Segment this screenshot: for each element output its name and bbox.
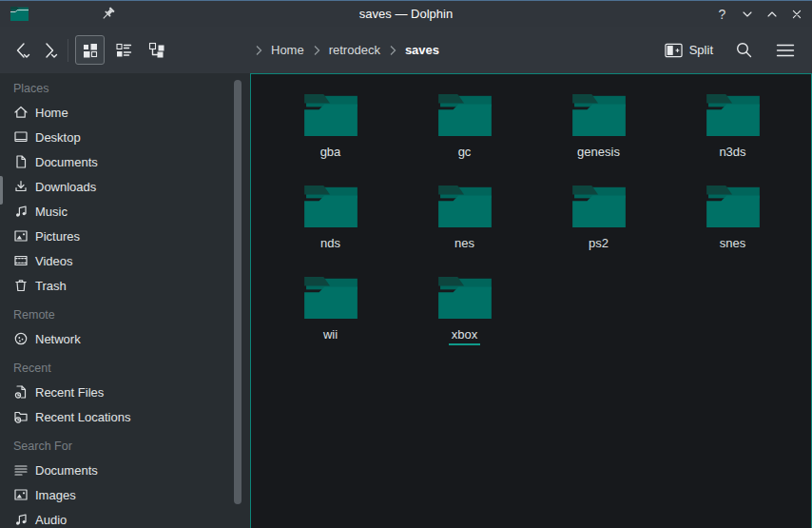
breadcrumb-retrodeck[interactable]: retrodeck xyxy=(329,43,380,57)
folder-label: nds xyxy=(320,237,340,250)
sidebar-item-videos[interactable]: Videos xyxy=(0,248,250,273)
sidebar-item-desktop[interactable]: Desktop xyxy=(0,125,250,149)
folder-icon xyxy=(435,183,494,230)
folder-icon xyxy=(570,91,628,139)
folder-label: wii xyxy=(323,328,338,342)
split-button[interactable]: Split xyxy=(663,36,715,65)
sidebar-item-home[interactable]: Home xyxy=(0,100,250,125)
folder-label: gba xyxy=(320,146,341,159)
breadcrumb-home[interactable]: Home xyxy=(271,43,304,57)
home-icon xyxy=(13,105,29,120)
folder-label: n3ds xyxy=(719,146,745,159)
section-header-recent: Recent xyxy=(0,357,250,380)
music-icon xyxy=(13,204,29,219)
folder-label: nes xyxy=(454,237,474,250)
sidebar-item-recent-files[interactable]: Recent Files xyxy=(0,380,250,404)
minimize-icon[interactable] xyxy=(739,6,755,22)
titlebar: saves — Dolphin ? xyxy=(0,1,812,27)
split-label: Split xyxy=(689,43,713,57)
network-icon xyxy=(13,331,29,346)
folder-tile-nes[interactable]: nes xyxy=(397,183,532,274)
desktop-icon xyxy=(13,129,29,145)
folder-tile-n3ds[interactable]: n3ds xyxy=(666,91,800,183)
sidebar-item-music[interactable]: Music xyxy=(0,199,250,224)
folder-view[interactable]: gba gc genesis n3ds nds xyxy=(250,73,812,528)
hamburger-menu-button[interactable] xyxy=(772,36,799,65)
window-body: Places Home Desktop Documents Downloads xyxy=(0,73,812,528)
breadcrumb: Home retrodeck saves xyxy=(255,27,439,73)
sidebar-item-pictures[interactable]: Pictures xyxy=(0,224,250,248)
breadcrumb-chevron-icon xyxy=(389,45,396,56)
trash-icon xyxy=(13,278,29,293)
window-title: saves — Dolphin xyxy=(0,7,812,21)
breadcrumb-chevron-icon xyxy=(255,45,262,56)
folder-icon xyxy=(435,274,494,322)
section-header-places: Places xyxy=(0,77,250,100)
audio-icon xyxy=(13,512,29,527)
window-controls: ? xyxy=(714,1,804,27)
folder-icon xyxy=(301,183,360,230)
search-button[interactable] xyxy=(730,36,757,65)
remote-section: Remote Network xyxy=(0,303,250,351)
folder-tile-gc[interactable]: gc xyxy=(397,91,532,183)
folder-icon xyxy=(570,183,628,230)
images-icon xyxy=(13,487,29,502)
folder-tile-xbox[interactable]: xbox xyxy=(397,274,532,365)
folder-tile-nds[interactable]: nds xyxy=(263,183,397,274)
toolbar-separator xyxy=(68,39,68,62)
folder-icon xyxy=(301,274,360,322)
search-icon xyxy=(735,41,753,59)
view-mode-group xyxy=(75,35,171,65)
recent-section: Recent Recent Files Recent Locations xyxy=(0,357,250,429)
pictures-icon xyxy=(13,228,29,244)
maximize-icon[interactable] xyxy=(764,6,780,22)
section-header-remote: Remote xyxy=(0,303,250,326)
sidebar-item-network[interactable]: Network xyxy=(0,326,250,351)
toolbar-right: Split xyxy=(663,36,799,65)
help-icon[interactable]: ? xyxy=(714,6,730,22)
sidebar-scrollbar[interactable] xyxy=(234,80,242,504)
recent-locations-icon xyxy=(13,409,29,424)
folder-icon xyxy=(435,91,494,139)
forward-button[interactable] xyxy=(36,36,63,65)
places-section: Places Home Desktop Documents Downloads xyxy=(0,77,250,298)
panel-edge-hint xyxy=(0,176,3,205)
folder-tile-snes[interactable]: snes xyxy=(666,183,800,274)
sidebar-item-documents[interactable]: Documents xyxy=(0,149,250,174)
folder-label: snes xyxy=(720,237,745,250)
sidebar-item-search-audio[interactable]: Audio xyxy=(0,507,250,528)
split-view-icon xyxy=(665,43,683,58)
download-icon xyxy=(13,179,29,194)
search-for-section: Search For Documents Images Audio xyxy=(0,435,250,528)
folder-icon xyxy=(704,91,763,139)
folder-label: gc xyxy=(458,146,472,159)
search-documents-icon xyxy=(13,462,29,478)
folder-icon xyxy=(704,183,763,230)
folder-label: ps2 xyxy=(589,237,609,250)
sidebar-item-search-images[interactable]: Images xyxy=(0,482,250,507)
close-icon[interactable] xyxy=(788,6,804,22)
folder-icon xyxy=(301,91,360,139)
recent-files-icon xyxy=(13,384,29,400)
folder-tile-genesis[interactable]: genesis xyxy=(532,91,666,183)
document-icon xyxy=(13,154,29,169)
places-panel: Places Home Desktop Documents Downloads xyxy=(0,73,250,528)
tree-view-button[interactable] xyxy=(142,35,171,65)
pin-icon[interactable] xyxy=(99,6,116,23)
breadcrumb-chevron-icon xyxy=(313,45,320,56)
breadcrumb-saves[interactable]: saves xyxy=(405,43,439,57)
hamburger-icon xyxy=(776,43,795,58)
folder-tile-gba[interactable]: gba xyxy=(263,91,397,183)
icons-view-button[interactable] xyxy=(75,35,105,65)
folder-tile-wii[interactable]: wii xyxy=(263,274,397,365)
toolbar: Home retrodeck saves Split xyxy=(0,27,812,73)
section-header-search-for: Search For xyxy=(0,435,250,458)
folder-tile-ps2[interactable]: ps2 xyxy=(532,183,666,274)
folder-label: genesis xyxy=(577,146,620,159)
compact-view-button[interactable] xyxy=(108,35,138,65)
sidebar-item-recent-locations[interactable]: Recent Locations xyxy=(0,404,250,429)
sidebar-item-downloads[interactable]: Downloads xyxy=(0,174,250,199)
back-button[interactable] xyxy=(10,36,36,65)
sidebar-item-search-documents[interactable]: Documents xyxy=(0,458,250,482)
sidebar-item-trash[interactable]: Trash xyxy=(0,273,250,298)
